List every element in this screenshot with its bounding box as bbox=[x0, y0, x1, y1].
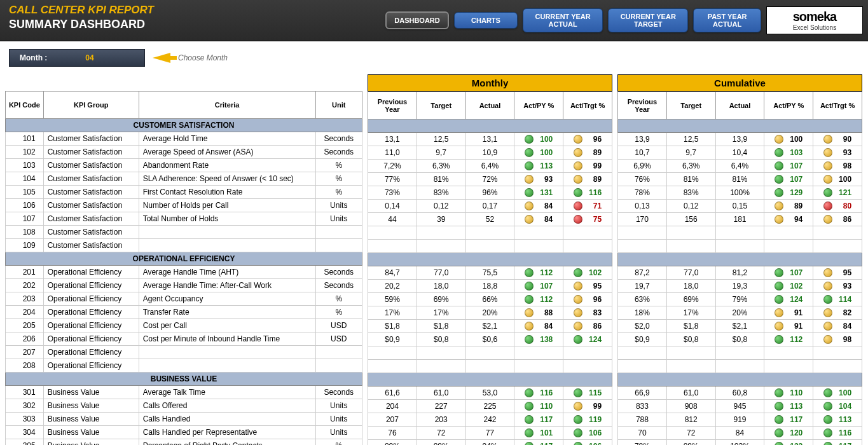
target-value: 72 bbox=[417, 427, 465, 440]
target-value: 0,12 bbox=[666, 200, 715, 213]
status-dot-icon bbox=[525, 428, 534, 437]
target-value: 156 bbox=[666, 213, 715, 226]
kpi-row: 207Operational Efficiency bbox=[6, 346, 362, 359]
pct-value: 93 bbox=[835, 148, 851, 157]
month-selector[interactable]: Month : 04 bbox=[9, 49, 145, 67]
status-dot-icon bbox=[525, 202, 534, 210]
status-dot-icon bbox=[775, 388, 783, 397]
status-dot-icon bbox=[823, 415, 832, 424]
kpi-group: Operational Efficiency bbox=[43, 359, 139, 373]
pct-value: 84 bbox=[536, 202, 553, 210]
kpi-code: 304 bbox=[6, 426, 44, 439]
actual-value: 60,8 bbox=[715, 387, 764, 400]
pct-value: 99 bbox=[585, 402, 602, 411]
prev-year-value: 833 bbox=[618, 400, 667, 413]
kpi-unit bbox=[315, 346, 362, 359]
kpi-unit: % bbox=[315, 306, 362, 319]
status-dot-icon bbox=[574, 135, 582, 144]
actual-value: 13,1 bbox=[465, 133, 514, 146]
kpi-criteria: Cost per Minute of Inbound Handle Time bbox=[139, 332, 315, 346]
status-dot-icon bbox=[525, 335, 534, 344]
pct-value: 96 bbox=[585, 295, 602, 304]
kpi-code: 106 bbox=[6, 199, 44, 212]
actual-value: 181 bbox=[715, 213, 764, 226]
data-row: 66,961,060,8110100 bbox=[618, 387, 862, 400]
pct-value: 106 bbox=[585, 442, 602, 445]
actual-value: 13,9 bbox=[715, 133, 764, 146]
kpi-group: Operational Efficiency bbox=[43, 306, 139, 319]
kpi-criteria: Average Handle Time: After-Call Work bbox=[139, 279, 315, 292]
nav-dashboard-button[interactable]: DASHBOARD bbox=[385, 11, 449, 29]
pct-value: 100 bbox=[786, 135, 803, 144]
status-dot-icon bbox=[574, 295, 582, 304]
kpi-criteria bbox=[139, 346, 315, 359]
status-dot-icon bbox=[525, 268, 534, 277]
kpi-row: 106Customer SatisfactionNumber of Holds … bbox=[6, 199, 362, 212]
page-subtitle: SUMMARY DASHBOARD bbox=[9, 18, 371, 31]
target-value: 227 bbox=[417, 400, 465, 413]
actual-value: 79% bbox=[715, 293, 764, 306]
prev-year-value: $0,9 bbox=[368, 333, 417, 346]
pct-value: 116 bbox=[585, 188, 602, 197]
actual-value: 96% bbox=[465, 186, 514, 200]
pct-value: 84 bbox=[536, 215, 553, 224]
prev-year-value: 13,9 bbox=[618, 133, 667, 146]
target-value: 81% bbox=[417, 173, 465, 186]
kpi-unit bbox=[315, 239, 362, 252]
kpi-row: 109Customer Satisfaction bbox=[6, 239, 362, 252]
data-row: 19,718,019,310293 bbox=[618, 280, 862, 293]
status-dot-icon bbox=[574, 308, 582, 317]
pct-value: 117 bbox=[786, 415, 803, 424]
arrow-left-icon bbox=[153, 53, 170, 63]
kpi-group: Customer Satisfaction bbox=[43, 186, 139, 199]
data-row: 4439528475 bbox=[368, 213, 612, 226]
nav-charts-button[interactable]: CHARTS bbox=[454, 12, 518, 29]
status-dot-icon bbox=[574, 215, 582, 224]
status-dot-icon bbox=[574, 282, 582, 291]
kpi-criteria: Average Talk Time bbox=[139, 386, 315, 399]
pct-value: 94 bbox=[786, 215, 803, 224]
pct-value: 100 bbox=[536, 135, 553, 144]
target-value: 12,5 bbox=[666, 133, 715, 146]
pct-value: 132 bbox=[786, 442, 803, 445]
data-row: 207203242117119 bbox=[368, 413, 612, 427]
status-dot-icon bbox=[574, 322, 582, 331]
data-row: 17%17%20%8883 bbox=[368, 306, 612, 320]
data-row: 707284120116 bbox=[618, 427, 862, 440]
nav-cy-actual-button[interactable]: CURRENT YEAR ACTUAL bbox=[523, 8, 603, 32]
kpi-unit: Seconds bbox=[315, 266, 362, 279]
monthly-header-row: Previous Year Target Actual Act/PY % Act… bbox=[368, 92, 612, 120]
kpi-criteria: Percentage of Right Party Contacts bbox=[139, 439, 315, 446]
nav-py-actual-button[interactable]: PAST YEAR ACTUAL bbox=[693, 8, 761, 32]
prev-year-value: $2,0 bbox=[618, 320, 667, 333]
kpi-unit: Seconds bbox=[315, 386, 362, 399]
actual-value: 0,17 bbox=[465, 200, 514, 213]
target-value: 0,12 bbox=[417, 200, 465, 213]
status-dot-icon bbox=[775, 202, 783, 210]
kpi-unit: USD bbox=[315, 319, 362, 332]
col-target: Target bbox=[666, 92, 715, 120]
kpi-criteria: Transfer Rate bbox=[139, 306, 315, 319]
prev-year-value: 18% bbox=[618, 306, 667, 320]
actual-value: 103% bbox=[715, 440, 764, 446]
col-actual: Actual bbox=[465, 92, 514, 120]
col-kpi-code: KPI Code bbox=[6, 92, 44, 119]
data-row: 20422722511099 bbox=[368, 400, 612, 413]
actual-value: 20% bbox=[465, 306, 514, 320]
target-value: 77,0 bbox=[666, 266, 715, 280]
actual-value: 6,4% bbox=[465, 160, 514, 173]
actual-value: 10,4 bbox=[715, 146, 764, 160]
pct-value: 95 bbox=[835, 268, 851, 277]
kpi-group: Customer Satisfaction bbox=[43, 226, 139, 239]
data-row: 77%81%72%9389 bbox=[368, 173, 612, 186]
nav-cy-target-button[interactable]: CURRENT YEAR TARGET bbox=[608, 8, 688, 32]
group-spacer bbox=[368, 253, 612, 266]
target-value: 6,3% bbox=[666, 160, 715, 173]
pct-value: 96 bbox=[585, 135, 602, 144]
report-title: CALL CENTER KPI REPORT bbox=[9, 4, 371, 17]
prev-year-value: 0,14 bbox=[368, 200, 417, 213]
prev-year-value: 76 bbox=[368, 427, 417, 440]
pct-value: 99 bbox=[585, 161, 602, 170]
kpi-code: 102 bbox=[6, 146, 44, 159]
status-dot-icon bbox=[775, 428, 783, 437]
